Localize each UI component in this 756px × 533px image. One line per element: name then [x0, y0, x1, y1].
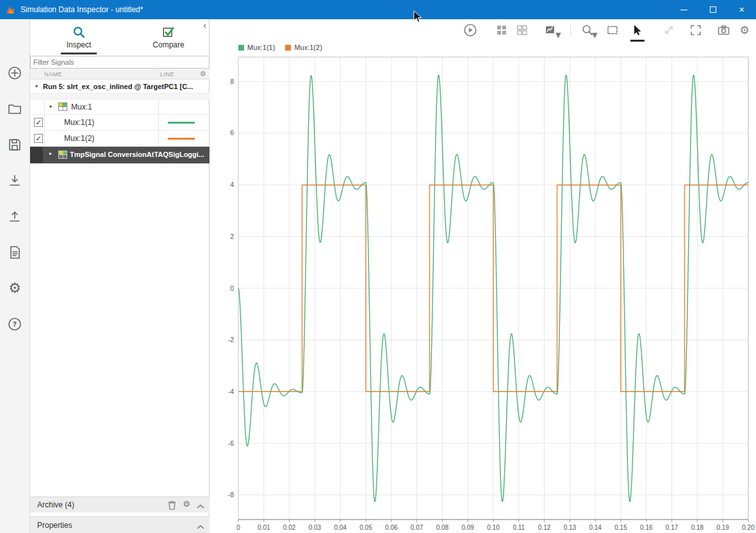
run-row[interactable]: ▾ Run 5: slrt_ex_osc_inlined @ TargetPC1… [30, 79, 210, 94]
plot-settings-button[interactable]: ⚙ [736, 22, 753, 38]
visualization-gallery-button[interactable]: ▾ [540, 22, 562, 38]
zoom-region-button[interactable] [604, 22, 621, 38]
expand-caret-icon[interactable]: ▾ [35, 79, 38, 94]
svg-text:0.12: 0.12 [538, 524, 551, 531]
gear-icon: ⚙ [8, 281, 21, 295]
archive-bar[interactable]: Archive (4) ⚙ [30, 496, 210, 512]
signal-checkbox[interactable]: ✓ [34, 118, 43, 127]
panel-tabs: Inspect Compare ‹ [30, 19, 210, 55]
tree-spacer [30, 94, 210, 99]
trash-icon[interactable] [168, 500, 176, 510]
layout-edit-button[interactable] [514, 22, 530, 38]
properties-label: Properties [37, 521, 72, 530]
chevron-up-icon[interactable] [197, 523, 204, 532]
legend-swatch [238, 45, 244, 51]
help-icon: ? [7, 316, 22, 332]
svg-text:0.09: 0.09 [461, 524, 474, 531]
signal-plot-canvas[interactable]: 00.010.020.030.040.050.060.070.080.090.1… [210, 51, 756, 533]
save-icon [7, 137, 22, 152]
svg-text:-2: -2 [228, 336, 234, 343]
archive-label: Archive (4) [37, 500, 74, 509]
active-tool-underline [630, 40, 645, 42]
left-toolbar: ⚙ ? [0, 19, 30, 533]
signal-label: Mux:1(2) [64, 134, 94, 143]
signal-table-header: NAME LINE ⚙ [30, 69, 210, 79]
preferences-button[interactable]: ⚙ [3, 277, 26, 300]
line-column-header: LINE [160, 71, 174, 78]
selected-signal-row[interactable]: ▸ TmpSignal ConversionAtTAQSigLoggi... [30, 147, 210, 163]
signal-row-2[interactable]: ✓ Mux:1(2) [30, 131, 210, 147]
name-column-header: NAME [44, 71, 62, 78]
tab-inspect-label: Inspect [67, 40, 92, 49]
snapshot-button[interactable] [715, 22, 732, 38]
tab-inspect[interactable]: Inspect [38, 19, 120, 55]
archive-gear-icon[interactable]: ⚙ [183, 499, 190, 509]
play-button[interactable] [462, 22, 479, 38]
add-button[interactable] [3, 62, 26, 85]
pan-button[interactable] [661, 22, 677, 38]
app-window: Simulation Data Inspector - untitled* ✕ [0, 0, 756, 533]
export-button[interactable] [3, 205, 26, 228]
signal-tree: ▾ Run 5: slrt_ex_osc_inlined @ TargetPC1… [30, 79, 210, 163]
svg-text:0.11: 0.11 [513, 524, 525, 531]
zoom-button[interactable]: ▾ [577, 22, 598, 38]
expand-caret-icon[interactable]: ▸ [49, 151, 52, 156]
close-button[interactable]: ✕ [727, 0, 756, 19]
app-icon [5, 4, 15, 15]
import-button[interactable] [3, 169, 26, 192]
compare-check-icon [162, 26, 175, 38]
open-button[interactable] [3, 97, 26, 120]
mux-group-row[interactable]: ▾ Mux:1 [30, 99, 210, 115]
layout-grid-icon [495, 24, 508, 37]
maximize-button[interactable] [698, 0, 727, 19]
fit-to-view-icon [689, 24, 702, 37]
svg-text:4: 4 [230, 181, 234, 188]
svg-text:-8: -8 [228, 491, 234, 498]
mux-signal-icon [58, 102, 67, 111]
selected-signal-label: TmpSignal ConversionAtTAQSigLoggi... [70, 151, 206, 158]
svg-text:?: ? [13, 320, 17, 329]
svg-text:0.04: 0.04 [334, 524, 347, 531]
svg-text:0: 0 [236, 524, 240, 531]
camera-icon [717, 24, 730, 37]
pointer-tool-button[interactable] [629, 22, 645, 38]
run-label: Run 5: slrt_ex_osc_inlined @ TargetPC1 [… [43, 79, 207, 94]
svg-text:0.20: 0.20 [742, 524, 755, 531]
fit-to-view-button[interactable] [687, 22, 704, 38]
gear-icon: ⚙ [739, 25, 749, 36]
properties-bar[interactable]: Properties [30, 516, 210, 533]
collapse-panel-icon[interactable]: ‹ [203, 20, 207, 31]
signals-panel: Inspect Compare ‹ NAME LINE ⚙ ▾ Run 5: s… [30, 19, 210, 533]
save-button[interactable] [3, 133, 26, 156]
svg-text:0.18: 0.18 [691, 524, 704, 531]
diagonal-arrows-icon [662, 24, 675, 37]
minimize-button[interactable] [670, 0, 698, 19]
legend-swatch [285, 45, 291, 51]
help-button[interactable]: ? [3, 313, 26, 336]
plot-area: ▾ ▾ [210, 19, 756, 533]
svg-text:2: 2 [230, 233, 234, 240]
tab-compare[interactable]: Compare [127, 19, 210, 55]
svg-text:0: 0 [230, 285, 234, 292]
svg-text:0.19: 0.19 [716, 524, 729, 531]
plot-legend: Mux:1(1) Mux:1(2) [238, 44, 322, 51]
svg-text:0.17: 0.17 [666, 524, 678, 531]
mouse-cursor [413, 10, 423, 24]
pointer-arrow-icon [630, 24, 643, 37]
chevron-up-icon[interactable] [197, 502, 204, 511]
report-button[interactable] [3, 241, 26, 264]
filter-signals-input[interactable] [30, 56, 210, 69]
signal-row-1[interactable]: ✓ Mux:1(1) [30, 115, 210, 131]
window-title: Simulation Data Inspector - untitled* [21, 5, 143, 14]
svg-text:0.06: 0.06 [385, 524, 398, 531]
dropdown-caret-icon: ▾ [592, 29, 598, 40]
svg-text:0.16: 0.16 [640, 524, 653, 531]
svg-text:0.08: 0.08 [436, 524, 449, 531]
signal-line-swatch [168, 122, 195, 124]
expand-caret-icon[interactable]: ▾ [49, 99, 52, 115]
add-icon [7, 65, 22, 81]
dropdown-caret-icon: ▾ [555, 29, 561, 40]
layout-grid-button[interactable] [493, 22, 510, 38]
signal-checkbox[interactable]: ✓ [34, 134, 43, 143]
column-gear-icon[interactable]: ⚙ [200, 70, 206, 78]
